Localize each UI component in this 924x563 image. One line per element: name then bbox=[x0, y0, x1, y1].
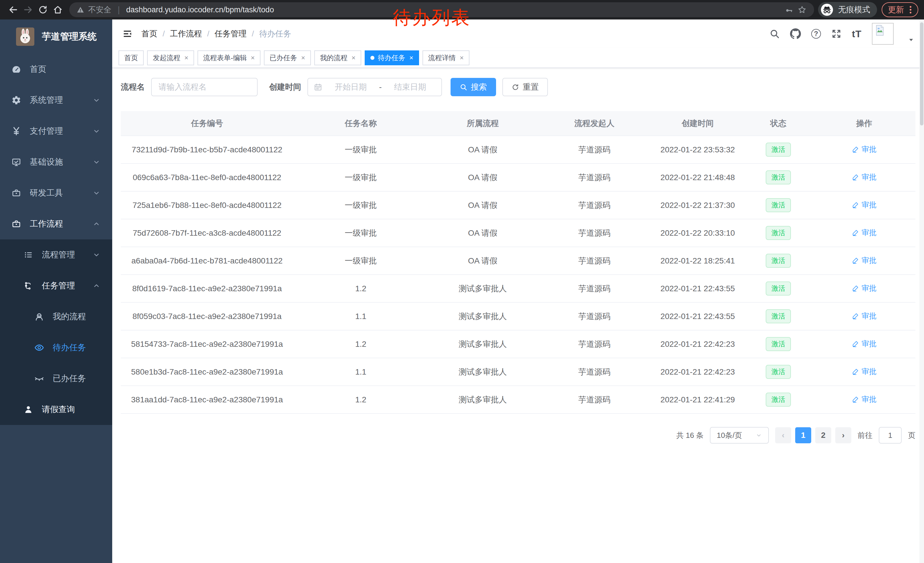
approve-link[interactable]: 审批 bbox=[852, 172, 876, 182]
chevron-down-icon bbox=[93, 128, 100, 135]
chevron-up-icon bbox=[93, 282, 100, 290]
process-name-input[interactable] bbox=[151, 78, 258, 96]
scrollbar-thumb[interactable] bbox=[920, 23, 923, 125]
cell-id-value: 069c6a63-7b8a-11ec-8ef0-acde48001122 bbox=[133, 173, 281, 182]
pagination-total: 共 16 条 bbox=[676, 431, 704, 440]
breadcrumb-item[interactable]: 任务管理 bbox=[214, 29, 247, 39]
key-icon[interactable] bbox=[785, 6, 794, 14]
cell-process: 测试多审批人 bbox=[428, 358, 537, 386]
tab-close-icon[interactable]: × bbox=[301, 54, 305, 62]
app-logo-row[interactable]: 芋道管理系统 bbox=[0, 20, 112, 54]
approve-link[interactable]: 审批 bbox=[852, 339, 876, 349]
breadcrumb-item[interactable]: 首页 bbox=[141, 29, 158, 39]
browser-update-button[interactable]: 更新 bbox=[882, 2, 918, 17]
approve-link[interactable]: 审批 bbox=[852, 283, 876, 293]
tab-close-icon[interactable]: × bbox=[251, 54, 255, 62]
breadcrumb-item[interactable]: 工作流程 bbox=[170, 29, 202, 39]
tab-form-edit[interactable]: 流程表单-编辑× bbox=[198, 50, 261, 65]
bookmark-star-icon[interactable] bbox=[798, 5, 807, 14]
breadcrumb: 首页/工作流程/任务管理/待办任务 bbox=[141, 29, 291, 39]
cell-action: 审批 bbox=[813, 164, 915, 191]
sidebar-item-label: 首页 bbox=[30, 63, 46, 75]
approve-link[interactable]: 审批 bbox=[852, 255, 876, 266]
table-row: a6aba0a4-7b6d-11ec-b781-acde48001122一级审批… bbox=[121, 247, 915, 275]
next-page-button[interactable]: › bbox=[835, 427, 851, 443]
approve-link[interactable]: 审批 bbox=[852, 394, 876, 404]
forward-icon[interactable] bbox=[21, 2, 36, 17]
cell-action: 审批 bbox=[813, 219, 915, 247]
tab-start-process[interactable]: 发起流程× bbox=[147, 50, 194, 65]
tab-close-icon[interactable]: × bbox=[460, 54, 464, 62]
github-icon[interactable] bbox=[790, 29, 801, 39]
avatar[interactable] bbox=[872, 23, 894, 45]
end-date-placeholder[interactable]: 结束日期 bbox=[385, 82, 436, 93]
hamburger-icon[interactable] bbox=[122, 29, 133, 39]
sidebar-item-system-manage[interactable]: 系统管理 bbox=[0, 85, 112, 116]
search-button[interactable]: 搜索 bbox=[450, 78, 496, 96]
dashboard-icon bbox=[11, 65, 22, 74]
start-date-placeholder[interactable]: 开始日期 bbox=[325, 82, 376, 93]
tab-done-tasks[interactable]: 已办任务× bbox=[264, 50, 311, 65]
tab-my-process[interactable]: 我的流程× bbox=[314, 50, 361, 65]
page-content: 流程名 创建时间 开始日期 - 结束日期 搜索 重置 bbox=[112, 68, 924, 563]
approve-link[interactable]: 审批 bbox=[852, 228, 876, 238]
cell-created-value: 2022-01-22 20:33:10 bbox=[660, 228, 735, 237]
page-button-1[interactable]: 1 bbox=[795, 427, 811, 443]
back-icon[interactable] bbox=[6, 2, 21, 17]
page-button-2[interactable]: 2 bbox=[815, 427, 831, 443]
date-range-picker[interactable]: 开始日期 - 结束日期 bbox=[308, 78, 442, 96]
sidebar-item-infrastructure[interactable]: 基础设施 bbox=[0, 147, 112, 177]
tab-todo-tasks[interactable]: 待办任务× bbox=[364, 50, 419, 65]
reset-button[interactable]: 重置 bbox=[502, 78, 548, 96]
sidebar-item-leave-query[interactable]: 请假查询 bbox=[0, 394, 112, 425]
cell-process-value: 测试多审批人 bbox=[459, 368, 507, 376]
help-icon[interactable]: ? bbox=[811, 29, 821, 39]
avatar-caret-down-icon[interactable] bbox=[908, 37, 914, 43]
address-bar[interactable]: 不安全 | dashboard.yudao.iocoder.cn/bpm/tas… bbox=[69, 2, 814, 17]
sidebar-item-home[interactable]: 首页 bbox=[0, 54, 112, 85]
sidebar-item-dev-tools[interactable]: 研发工具 bbox=[0, 177, 112, 209]
pen-icon bbox=[852, 201, 859, 209]
approve-link[interactable]: 审批 bbox=[852, 144, 876, 155]
fullscreen-icon[interactable] bbox=[831, 29, 842, 39]
sidebar-item-my-process[interactable]: 我的流程 bbox=[0, 301, 112, 332]
goto-page-input[interactable] bbox=[879, 427, 902, 444]
tab-process-detail[interactable]: 流程详情× bbox=[423, 50, 470, 65]
breadcrumb-item: 待办任务 bbox=[259, 29, 291, 39]
todo-task-table: 任务编号任务名称所属流程流程发起人创建时间状态操作 73211d9d-7b9b-… bbox=[121, 111, 915, 414]
breadcrumb-separator: / bbox=[252, 29, 254, 38]
tab-close-icon[interactable]: × bbox=[351, 54, 356, 62]
sidebar-item-payment-manage[interactable]: 支付管理 bbox=[0, 116, 112, 147]
font-size-icon[interactable]: tT bbox=[852, 29, 862, 39]
tab-close-icon[interactable]: × bbox=[184, 54, 188, 62]
sidebar-item-workflow[interactable]: 工作流程 bbox=[0, 209, 112, 239]
sidebar-item-todo-task[interactable]: 待办任务 bbox=[0, 332, 112, 363]
prev-page-button[interactable]: ‹ bbox=[775, 427, 791, 443]
sidebar-item-label: 已办任务 bbox=[52, 373, 86, 384]
tab-close-icon[interactable]: × bbox=[410, 54, 413, 62]
cell-process-value: 测试多审批人 bbox=[459, 395, 507, 404]
browser-menu-kebab-icon[interactable] bbox=[909, 5, 912, 15]
cell-action: 审批 bbox=[813, 358, 915, 386]
search-icon[interactable] bbox=[770, 29, 780, 39]
tab-home[interactable]: 首页 bbox=[118, 50, 144, 65]
cell-process: OA 请假 bbox=[428, 247, 537, 275]
sidebar-item-process-manage[interactable]: 流程管理 bbox=[0, 239, 112, 270]
page-size-select[interactable]: 10条/页 bbox=[710, 427, 769, 444]
cell-name-value: 一级审批 bbox=[345, 256, 377, 265]
pen-icon bbox=[852, 368, 859, 375]
sidebar-item-done-task[interactable]: 已办任务 bbox=[0, 363, 112, 394]
sidebar-item-task-manage[interactable]: 任务管理 bbox=[0, 270, 112, 301]
briefcase-icon bbox=[11, 219, 22, 229]
approve-link[interactable]: 审批 bbox=[852, 366, 876, 377]
approve-link-label: 审批 bbox=[862, 366, 876, 377]
reload-icon[interactable] bbox=[36, 2, 50, 17]
table-header-cell: 任务编号 bbox=[121, 111, 293, 136]
approve-link[interactable]: 审批 bbox=[852, 311, 876, 321]
home-icon[interactable] bbox=[50, 2, 65, 17]
table-row: 580e1b3d-7ac8-11ec-a9e2-a2380e71991a1.1测… bbox=[121, 358, 915, 386]
approve-link[interactable]: 审批 bbox=[852, 200, 876, 210]
tab-label: 流程详情 bbox=[428, 53, 456, 62]
page-url: dashboard.yudao.iocoder.cn/bpm/task/todo bbox=[126, 6, 274, 14]
cell-name: 1.2 bbox=[293, 275, 428, 302]
